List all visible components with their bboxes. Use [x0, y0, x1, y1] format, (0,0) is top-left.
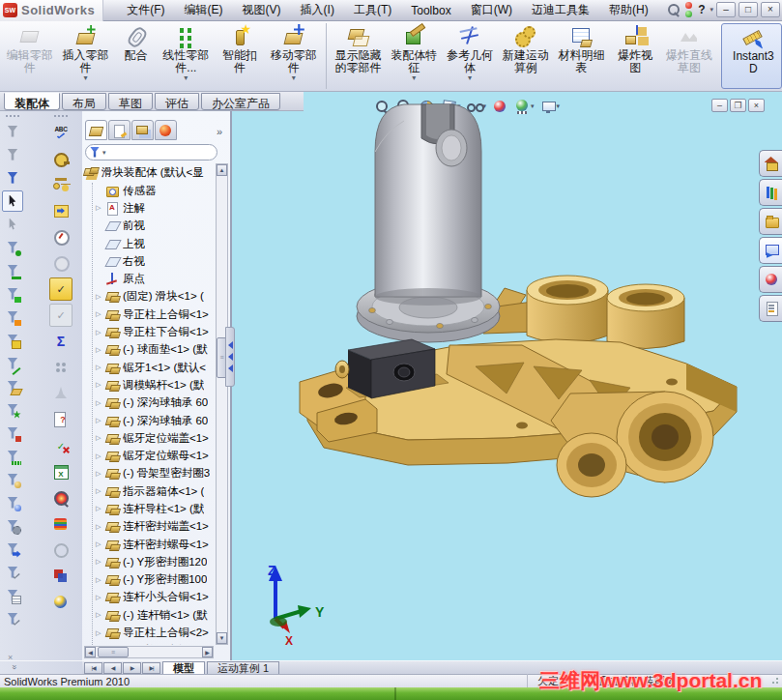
tree-item[interactable]: ▷ (固定) 滑块<1> (: [82, 288, 216, 306]
selection-toggle-on-button[interactable]: ✓: [49, 277, 72, 301]
tree-item[interactable]: ▷ (-) Y形密封圈100: [82, 571, 216, 589]
tree-vertical-scrollbar[interactable]: ▲ ≡ ▼: [216, 163, 228, 645]
tree-item[interactable]: ▷ A 注解: [82, 199, 216, 217]
tree-filter-input[interactable]: ▾: [85, 144, 217, 160]
help-dropdown-icon[interactable]: ▾: [710, 6, 713, 14]
maximize-button[interactable]: □: [739, 2, 758, 17]
tab-layout[interactable]: 布局: [62, 93, 106, 110]
tree-horizontal-scrollbar[interactable]: ◀ ≡ ▶: [84, 646, 214, 658]
assembly-model-3d[interactable]: Z Y X: [232, 92, 782, 660]
tree-item[interactable]: ▷ 锯牙1<1> (默认<: [82, 359, 216, 376]
filter-solid-bodies-button[interactable]: [2, 330, 23, 351]
tree-item[interactable]: ▷ 导正柱上合铜<2>: [82, 624, 216, 641]
filter-dimensions-button[interactable]: [2, 446, 23, 467]
tree-item[interactable]: ▷ 导正柱下合铜<1>: [82, 323, 216, 340]
design-library-tab[interactable]: [759, 179, 782, 206]
filter-faces-button[interactable]: [2, 283, 23, 305]
animation-timer-button[interactable]: [49, 225, 72, 248]
tree-item[interactable]: 前视: [82, 218, 216, 235]
expand-arrow-icon[interactable]: ▷: [96, 611, 105, 619]
filter-planes-button[interactable]: [2, 376, 23, 397]
mass-properties-button[interactable]: [49, 173, 72, 196]
tree-item[interactable]: 传感器: [82, 182, 216, 199]
design-checker-button[interactable]: ✓: [49, 434, 72, 457]
toolbar-overflow-icon[interactable]: »: [10, 664, 19, 669]
tree-item[interactable]: ▷ 连杆导柱<1> (默: [82, 500, 216, 517]
filter-sketch-points-button[interactable]: [2, 399, 23, 421]
spell-checker-button[interactable]: ABC: [49, 121, 72, 144]
nav-prev-button[interactable]: ◀: [103, 662, 122, 674]
close-button[interactable]: ×: [761, 2, 780, 17]
driveworksxpress-button[interactable]: [49, 591, 72, 614]
tab-evaluate[interactable]: 评估: [155, 93, 199, 110]
expand-arrow-icon[interactable]: ▷: [96, 417, 105, 424]
edit-component-button[interactable]: 编辑零部件: [2, 23, 58, 89]
expand-arrow-icon[interactable]: ▷: [96, 452, 105, 460]
tree-item[interactable]: 上视: [82, 235, 216, 252]
smart-fasteners-button[interactable]: 智能扣件: [214, 23, 266, 89]
graphics-viewport[interactable]: ▾ ▾ ▾ ▾: [232, 92, 782, 660]
menu-file[interactable]: 文件(F): [117, 0, 174, 20]
configurationmanager-tab[interactable]: [131, 120, 154, 140]
menu-insert[interactable]: 插入(I): [291, 0, 344, 20]
expand-arrow-icon[interactable]: ▷: [96, 310, 105, 318]
tree-item[interactable]: ▷ 调模蜗杆<1> (默: [82, 376, 216, 394]
expand-arrow-icon[interactable]: ▷: [96, 399, 105, 407]
menu-view[interactable]: 视图(V): [233, 0, 291, 20]
filter-cosmetic-threads-button[interactable]: [2, 515, 23, 537]
reference-geometry-button[interactable]: 参考几何体 ▾: [442, 23, 498, 89]
measure-button[interactable]: [49, 147, 72, 170]
quick-tips-status-icon[interactable]: [684, 2, 693, 17]
expand-arrow-icon[interactable]: ▷: [96, 329, 105, 336]
linear-component-pattern-button[interactable]: 线性零部件... ▾: [158, 23, 214, 89]
assembly-features-button[interactable]: 装配体特征 ▾: [386, 23, 442, 89]
expand-arrow-icon[interactable]: ▷: [96, 523, 105, 531]
doc-close-button[interactable]: ×: [748, 99, 765, 112]
tree-item[interactable]: ▷ 连杆密封端盖<1>: [82, 518, 216, 536]
expand-arrow-icon[interactable]: ▷: [96, 204, 105, 212]
menu-help[interactable]: 帮助(H): [599, 0, 658, 20]
gray-cylinder-part[interactable]: [375, 104, 481, 306]
curvature-button[interactable]: [49, 356, 72, 379]
expand-arrow-icon[interactable]: ▷: [96, 364, 105, 371]
scroll-right-icon[interactable]: ▶: [202, 647, 213, 657]
resize-grip[interactable]: [770, 676, 780, 685]
floxpress-button[interactable]: [49, 512, 72, 536]
tree-item[interactable]: ▷ 连杆密封螺母<1>: [82, 536, 216, 553]
tree-root-item[interactable]: 滑块装配体 (默认<显: [82, 163, 216, 182]
filter-welds-button[interactable]: [2, 423, 23, 444]
custom-properties-tab[interactable]: [759, 295, 782, 322]
tree-item[interactable]: ▷ (-) Y形密封圈120: [82, 553, 216, 570]
tree-item[interactable]: ▷ (-) 连杆销<1> (默: [82, 606, 216, 624]
instant3d-button[interactable]: Instant3D: [721, 23, 782, 89]
model-tab[interactable]: 模型: [162, 661, 205, 674]
view-palette-tab[interactable]: [759, 237, 782, 264]
mate-button[interactable]: 配合: [113, 23, 158, 89]
expand-arrow-icon[interactable]: ▷: [96, 487, 105, 495]
tree-item[interactable]: ▷ (-) 深沟球轴承 60: [82, 394, 216, 412]
minimize-button[interactable]: –: [716, 2, 736, 17]
tab-assembly[interactable]: 装配体: [4, 93, 60, 110]
tree-item[interactable]: 右视: [82, 252, 216, 270]
timer-disabled-button[interactable]: [49, 251, 72, 275]
filter-tables-button[interactable]: [2, 585, 23, 606]
filter-datums-button[interactable]: [2, 539, 23, 560]
scroll-left-icon[interactable]: ◀: [85, 647, 96, 657]
expand-arrow-icon[interactable]: ▷: [96, 434, 105, 442]
insert-component-button[interactable]: 插入零部件 ▾: [58, 23, 114, 89]
featuremanager-tab[interactable]: [85, 120, 107, 140]
scrollbar-thumb[interactable]: ≡: [98, 647, 129, 657]
tree-item[interactable]: ▷ 导正柱上合铜<1>: [82, 306, 216, 323]
menu-tools[interactable]: 工具(T): [344, 0, 401, 20]
select-button[interactable]: [2, 190, 23, 212]
filter-surface-finish-button[interactable]: [2, 562, 23, 583]
new-motion-study-button[interactable]: 新建运动算例: [498, 23, 554, 89]
expand-arrow-icon[interactable]: ▷: [96, 629, 105, 637]
file-explorer-tab[interactable]: [759, 208, 782, 235]
simulationxpress-button[interactable]: [49, 486, 72, 510]
compare-documents-button[interactable]: [49, 565, 72, 588]
solidworks-resources-tab[interactable]: [759, 150, 782, 177]
tree-item[interactable]: ▷ 锯牙定位螺母<1>: [82, 447, 216, 464]
exploded-view-button[interactable]: 爆炸视图: [609, 23, 661, 89]
search-icon[interactable]: [666, 2, 681, 17]
